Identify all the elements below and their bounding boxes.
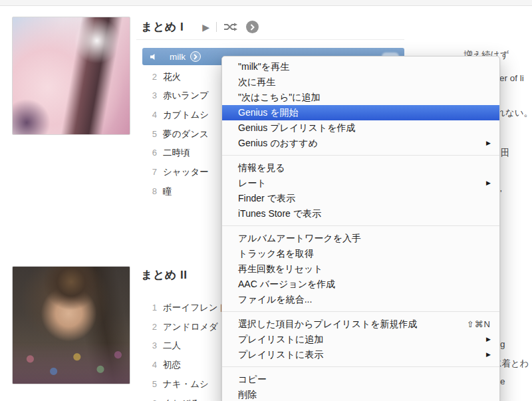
track-number: 3 [142, 340, 157, 350]
menu-item-play-next[interactable]: 次に再生 [222, 74, 499, 90]
menu-separator [222, 366, 499, 367]
occluded-track-text: ' [500, 188, 502, 198]
submenu-arrow-icon: ▶ [486, 336, 491, 342]
track-row[interactable]: 4 初恋 [142, 358, 181, 371]
menu-item-reset-play-count[interactable]: 再生回数をリセット [222, 261, 499, 277]
window-chrome-strip [0, 0, 532, 6]
menu-separator [222, 155, 499, 156]
track-name: カブトムシ [163, 109, 209, 121]
track-name: くちびる [163, 398, 200, 401]
menu-item-show-in-itunes-store[interactable]: iTunes Store で表示 [222, 206, 499, 221]
menu-separator [222, 311, 499, 312]
menu-item-rating[interactable]: レート ▶ [222, 176, 499, 191]
menu-shortcut: ⇧⌘N [467, 319, 491, 329]
track-number: 3 [142, 90, 157, 100]
album-artwork-matome-2[interactable] [12, 266, 130, 384]
track-row[interactable]: 2 花火 [142, 70, 181, 83]
track-number: 1 [142, 303, 157, 313]
submenu-arrow-icon: ▶ [486, 180, 491, 186]
album-artwork-matome-1[interactable] [12, 17, 130, 135]
track-number: 4 [142, 360, 157, 370]
track-name: 二人 [163, 340, 181, 352]
expand-circle-button[interactable] [246, 21, 259, 33]
play-icon[interactable]: ▶ [202, 23, 209, 32]
track-row[interactable]: 4 カブトムシ [142, 108, 209, 121]
track-row[interactable]: 3 二人 [142, 339, 181, 352]
track-name: シャッター [163, 166, 209, 178]
menu-item-copy[interactable]: コピー [222, 372, 499, 387]
menu-item-label: "次はこちら"に追加 [238, 92, 321, 104]
chevron-right-icon [250, 24, 255, 31]
track-name: アンドロメダ [163, 321, 218, 333]
track-name: 花火 [163, 71, 181, 83]
album-1-header: まとめ I ▶ [141, 19, 259, 35]
submenu-arrow-icon: ▶ [486, 352, 491, 358]
track-row[interactable]: 6 くちびる [142, 397, 200, 401]
menu-item-show-in-finder[interactable]: Finder で表示 [222, 191, 499, 206]
track-number: 8 [142, 186, 157, 196]
context-menu: "milk"を再生 次に再生 "次はこちら"に追加 Genius を開始 Gen… [221, 56, 500, 401]
occluded-track-text: e [500, 376, 505, 386]
track-row[interactable]: 5 ナキ・ムシ [142, 378, 209, 390]
menu-item-new-playlist-from-selection[interactable]: 選択した項目からプレイリストを新規作成 ⇧⌘N [222, 317, 499, 332]
header-rule [136, 39, 404, 40]
menu-item-play-milk[interactable]: "milk"を再生 [222, 59, 499, 74]
menu-item-label: Genius プレイリストを作成 [238, 122, 356, 134]
shuffle-icon[interactable] [223, 23, 238, 31]
track-row[interactable]: 1 ボーイフレンド [142, 301, 227, 314]
track-row[interactable]: 6 二時頃 [142, 146, 190, 159]
album-2-title: まとめ II [141, 267, 187, 283]
menu-item-start-genius[interactable]: Genius を開始 [222, 105, 499, 120]
menu-item-label: Genius のおすすめ [238, 138, 318, 150]
menu-separator [222, 225, 499, 226]
menu-item-label: レート [238, 178, 267, 190]
menu-item-create-genius-playlist[interactable]: Genius プレイリストを作成 [222, 120, 499, 136]
menu-item-create-aac-version[interactable]: AAC バージョンを作成 [222, 277, 499, 292]
menu-item-label: コピー [238, 374, 267, 386]
occluded-track-text: er of li [499, 73, 524, 83]
itunes-album-view: まとめ I ▶ milk [0, 0, 532, 401]
menu-item-get-info[interactable]: 情報を見る [222, 160, 499, 176]
menu-item-label: 再生回数をリセット [238, 263, 323, 275]
menu-item-label: プレイリストに表示 [238, 349, 323, 361]
track-name: 初恋 [163, 359, 181, 371]
menu-item-label: 情報を見る [238, 162, 285, 174]
menu-item-genius-suggestions[interactable]: Genius のおすすめ ▶ [222, 136, 499, 151]
menu-item-label: Genius を開始 [238, 107, 299, 119]
track-name: 夢のダンス [163, 128, 209, 140]
track-number: 2 [142, 72, 157, 82]
menu-item-get-track-names[interactable]: トラック名を取得 [222, 246, 499, 261]
track-number: 2 [142, 322, 157, 332]
track-name: ナキ・ムシ [163, 378, 209, 390]
track-number: 6 [142, 148, 157, 158]
occluded-track-text: 田 [501, 147, 510, 159]
menu-item-label: アルバムアートワークを入手 [238, 233, 361, 245]
track-name: 赤いランプ [163, 90, 209, 102]
menu-item-label: 次に再生 [238, 76, 275, 88]
menu-item-label: Finder で表示 [238, 193, 295, 205]
menu-item-add-to-playlist[interactable]: プレイリストに追加 ▶ [222, 332, 499, 347]
menu-item-get-album-artwork[interactable]: アルバムアートワークを入手 [222, 231, 499, 246]
track-row[interactable]: 5 夢のダンス [142, 128, 209, 140]
track-row[interactable]: 3 赤いランプ [142, 89, 209, 102]
track-name: milk [170, 52, 186, 62]
menu-item-add-to-up-next[interactable]: "次はこちら"に追加 [222, 90, 499, 105]
track-number: 5 [142, 379, 157, 389]
menu-item-delete[interactable]: 削除 [222, 387, 499, 401]
album-2-header: まとめ II [141, 267, 187, 283]
menu-item-label: "milk"を再生 [238, 61, 289, 73]
menu-item-label: ファイルを統合... [238, 294, 312, 306]
track-number: 5 [142, 129, 157, 139]
track-row[interactable]: 7 シャッター [142, 166, 209, 178]
track-name: 瞳 [163, 186, 172, 198]
menu-item-consolidate-files[interactable]: ファイルを統合... [222, 292, 499, 307]
chevron-right-icon [194, 54, 198, 60]
menu-item-label: プレイリストに追加 [238, 334, 323, 346]
track-number: 7 [142, 167, 157, 177]
track-row[interactable]: 2 アンドロメダ [142, 321, 218, 333]
menu-item-show-in-playlist[interactable]: プレイリストに表示 ▶ [222, 347, 499, 362]
track-chevron-button[interactable] [190, 51, 201, 62]
track-row[interactable]: 8 瞳 [142, 185, 172, 198]
track-name: 二時頃 [163, 147, 190, 159]
submenu-arrow-icon: ▶ [486, 140, 491, 146]
